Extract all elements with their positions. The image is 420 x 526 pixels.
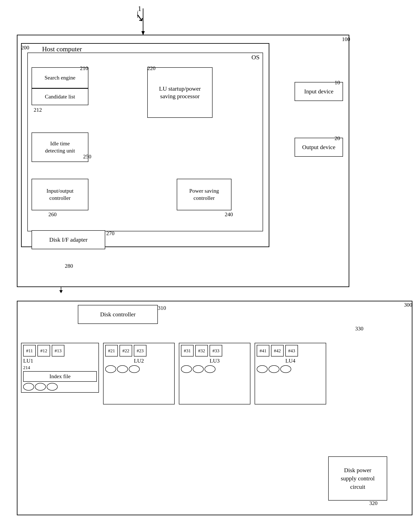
lu-startup-box: LU startup/power saving processor	[147, 67, 213, 118]
disk-42: #42	[271, 345, 284, 356]
disk-21: #21	[105, 345, 118, 356]
lu4-group: #41 #42 #43 LU4	[255, 343, 326, 405]
disk-13: #13	[52, 345, 64, 356]
io-controller-ref: 260	[48, 211, 57, 218]
system-ref: 100	[342, 36, 350, 42]
cyl6	[129, 365, 140, 373]
host-computer-label: Host computer	[42, 45, 82, 53]
disk-power-ref: 320	[369, 500, 378, 506]
disk-32: #32	[195, 345, 208, 356]
disk-if-ref: 270	[106, 230, 114, 237]
lu1-ref: 214	[23, 365, 97, 370]
cyl4	[105, 365, 116, 373]
candidate-list-ref: 212	[34, 107, 42, 113]
output-device-ref: 20	[335, 135, 340, 142]
lu1-label: LU1	[23, 358, 97, 364]
disk-23: #23	[134, 345, 146, 356]
cyl10	[257, 365, 268, 373]
power-saving-ref: 240	[225, 211, 233, 218]
candidate-list-box: Candidate list	[31, 88, 88, 105]
idle-time-box: Idle time detecting unit	[31, 132, 88, 162]
cyl2	[35, 383, 46, 391]
idle-time-ref: 250	[83, 153, 91, 160]
lu2-label: LU2	[105, 358, 173, 364]
disk-31: #31	[181, 345, 194, 356]
lu2-group: #21 #22 #23 LU2	[103, 343, 175, 405]
disk-power-box: Disk power supply control circuit	[328, 456, 387, 501]
cyl5	[117, 365, 128, 373]
cyl11	[268, 365, 279, 373]
io-controller-box: Input/output controller	[31, 179, 88, 210]
cyl8	[193, 365, 204, 373]
diagram-container: 1 ↙ 100 200 Host computer OS Search engi…	[0, 0, 420, 526]
lu1-group: #11 #12 #13 LU1 214 Index file	[21, 343, 99, 393]
host-computer-ref: 200	[21, 45, 29, 51]
power-saving-box: Power saving controller	[177, 179, 231, 210]
index-file-box: Index file	[23, 371, 97, 382]
os-label: OS	[251, 54, 259, 61]
vertical-bar-ref: 330	[355, 325, 363, 332]
disk-enclosure-ref: 300	[404, 302, 412, 308]
disk-12: #12	[37, 345, 50, 356]
lu-startup-ref: 220	[147, 65, 155, 71]
input-device-ref: 10	[335, 80, 340, 86]
disk-41: #41	[257, 345, 269, 356]
disk-33: #33	[210, 345, 222, 356]
disk-22: #22	[120, 345, 132, 356]
cable-ref: 280	[65, 263, 73, 269]
search-engine-ref: 210	[80, 65, 88, 71]
title-arrow: ↙	[135, 11, 145, 24]
disk-if-box: Disk I/F adapter	[31, 230, 105, 249]
cyl9	[205, 365, 215, 373]
svg-marker-22	[59, 290, 63, 293]
lu4-label: LU4	[257, 358, 324, 364]
cyl7	[181, 365, 192, 373]
lu3-label: LU3	[181, 358, 248, 364]
cyl12	[280, 365, 291, 373]
disk-11: #11	[23, 345, 36, 356]
cyl1	[23, 383, 34, 391]
disk-controller-box: Disk controller	[78, 305, 158, 324]
disk-43: #43	[285, 345, 298, 356]
disk-controller-ref: 310	[158, 305, 166, 311]
lu3-group: #31 #32 #33 LU3	[179, 343, 250, 405]
cyl3	[47, 383, 58, 391]
